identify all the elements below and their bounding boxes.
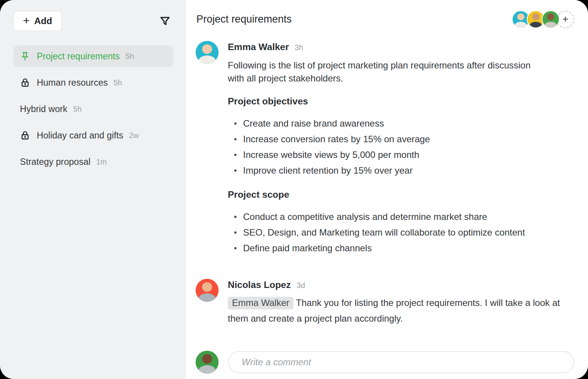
lock-icon <box>20 130 30 141</box>
add-button[interactable]: + Add <box>13 11 62 31</box>
message-time: 3h <box>295 43 303 52</box>
sidebar-item-label: Hybrid work <box>20 104 67 114</box>
list-item: Create and raise brand awareness <box>228 115 574 131</box>
person-icon <box>542 11 559 28</box>
objectives-list: Create and raise brand awareness Increas… <box>228 115 574 178</box>
message-time: 3d <box>297 281 305 290</box>
message-text: Emma Walker Thank you for listing the pr… <box>228 295 565 326</box>
section-heading: Project objectives <box>228 96 574 107</box>
section-heading: Project scope <box>228 189 574 200</box>
list-item: SEO, Design, and Marketing team will col… <box>228 224 574 240</box>
sidebar-item-holiday-card-and-gifts[interactable]: Holiday card and gifts 2w <box>13 125 173 146</box>
mention-chip[interactable]: Emma Walker <box>228 297 294 309</box>
sidebar-item-time: 5h <box>126 52 134 61</box>
member-avatars: + <box>512 10 574 28</box>
scope-list: Conduct a competitive analysis and deter… <box>228 209 574 256</box>
sidebar-item-hybrid-work[interactable]: Hybrid work 5h <box>13 98 173 120</box>
person-icon <box>196 41 219 64</box>
avatar <box>196 41 219 64</box>
sidebar-toolbar: + Add <box>13 11 173 31</box>
discussion-header: Project requirements + <box>196 10 574 28</box>
sidebar-item-human-resources[interactable]: Human resources 5h <box>13 72 173 93</box>
sidebar-item-time: 1m <box>96 158 107 166</box>
add-button-label: Add <box>34 16 52 26</box>
sidebar-item-label: Human resources <box>37 78 108 88</box>
sidebar-item-label: Holiday card and gifts <box>37 130 123 141</box>
sidebar-item-time: 5h <box>113 78 122 87</box>
avatar <box>196 279 219 302</box>
filter-icon <box>159 15 171 27</box>
pin-icon <box>20 51 30 62</box>
comment-input[interactable] <box>228 351 574 373</box>
message-nicolas-lopez: Nicolas Lopez 3d Emma Walker Thank you f… <box>196 279 574 326</box>
topic-list: Project requirements 5h Human resources … <box>13 46 173 172</box>
sidebar-item-label: Strategy proposal <box>20 157 90 167</box>
filter-button[interactable] <box>157 13 173 29</box>
plus-icon: + <box>23 15 30 26</box>
list-item: Conduct a competitive analysis and deter… <box>228 209 574 224</box>
current-user-avatar <box>196 351 219 374</box>
app-window: + Add Project requirements 5h <box>0 0 588 379</box>
plus-icon: + <box>562 14 568 24</box>
sidebar-item-strategy-proposal[interactable]: Strategy proposal 1m <box>13 151 173 172</box>
sidebar-item-time: 5h <box>73 105 82 114</box>
page-title: Project requirements <box>196 13 292 25</box>
sidebar: + Add Project requirements 5h <box>0 0 186 379</box>
list-item: Improve client retention by 15% over yea… <box>228 163 574 178</box>
person-icon <box>196 279 219 302</box>
list-item: Define paid marketing channels <box>228 240 574 256</box>
sidebar-item-time: 2w <box>129 131 139 140</box>
member-avatar[interactable] <box>542 10 560 28</box>
comment-composer <box>196 351 574 374</box>
discussion-panel: Project requirements + <box>186 0 588 379</box>
lock-icon <box>20 78 30 88</box>
list-item: Increase website views by 5,000 per mont… <box>228 147 574 163</box>
sidebar-item-label: Project requirements <box>37 51 120 62</box>
message-emma-walker: Emma Walker 3h Following is the list of … <box>196 41 574 256</box>
list-item: Increase conversion rates by 15% on aver… <box>228 131 574 147</box>
message-author: Emma Walker <box>228 42 289 52</box>
message-text: Following is the list of project marketi… <box>228 59 542 85</box>
person-icon <box>196 351 219 374</box>
message-author: Nicolas Lopez <box>228 280 291 290</box>
sidebar-item-project-requirements[interactable]: Project requirements 5h <box>13 46 173 67</box>
